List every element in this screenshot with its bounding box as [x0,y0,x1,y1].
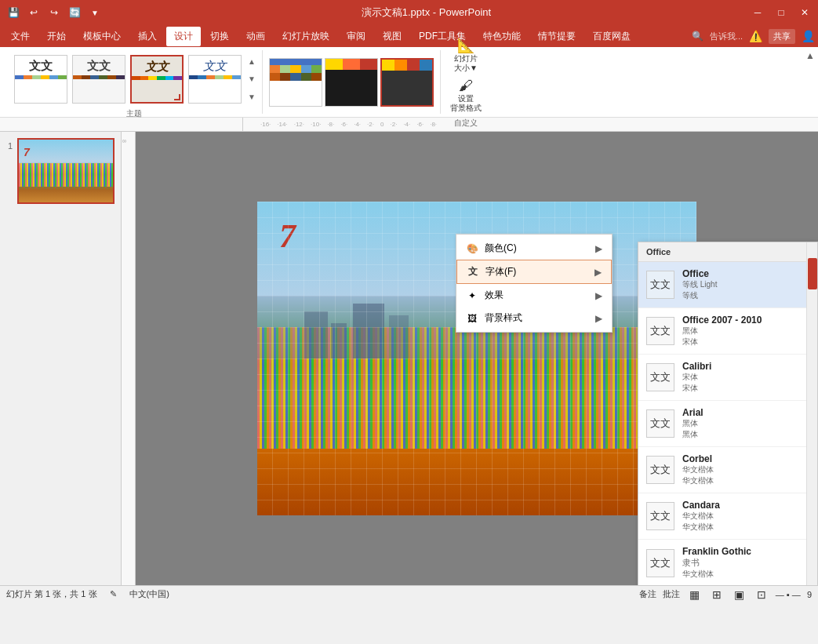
share-button[interactable]: 共享 [769,29,795,44]
notes-button[interactable]: 备注 [639,588,656,600]
scrollbar-thumb[interactable] [808,258,817,289]
view-slide-button[interactable]: ⊞ [709,587,725,602]
slide-list: 1 7 [6,138,115,204]
ctx-item-bg[interactable]: 🖼 背景样式 ▶ [456,307,612,329]
save-icon[interactable]: 💾 [6,5,20,20]
font-panel-header: Office [638,242,817,262]
slide-info: 幻灯片 第 1 张，共 1 张 [6,588,97,600]
status-bar: 幻灯片 第 1 张，共 1 张 ✎ 中文(中国) 备注 批注 ▦ ⊞ ▣ ⊡ —… [0,585,818,602]
menu-item-special[interactable]: 特色功能 [475,27,529,46]
font-item-candara[interactable]: 文文 Candara 华文楷体 华文楷体 [638,493,806,540]
menu-bar: 文件 开始 模板中心 插入 设计 切换 动画 幻灯片放映 审阅 视图 PDF工具… [0,25,818,47]
slide-number: 1 [6,138,13,151]
canvas-wrapper: 864202468 7 [122,132,818,585]
theme-item-3[interactable]: 文文 [130,55,184,104]
variant-item-2[interactable] [325,58,378,107]
bg-format-label: 设置背景格式 [450,94,482,113]
title-bar: 💾 ↩ ↪ 🔄 ▼ 演示文稿1.pptx - PowerPoint ─ □ ✕ [0,0,818,25]
menu-item-home[interactable]: 开始 [39,27,74,46]
menu-item-view[interactable]: 视图 [375,27,409,46]
font-panel-scrollbar[interactable] [806,242,817,585]
variant-item-1[interactable] [269,58,322,107]
customize-label: 自定义 [454,118,478,129]
ruler-horizontal: ·16· ·14· ·12· ·10· ·8· ·6· ·4· ·2· 0 ·2… [0,118,818,132]
maximize-button[interactable]: □ [774,5,788,20]
font-info-office: Office 等线 Light 等线 [682,268,717,301]
title-bar-left: 💾 ↩ ↪ 🔄 ▼ [6,5,102,20]
menu-item-baidu[interactable]: 百度网盘 [585,27,638,46]
language-indicator: 中文(中国) [129,588,169,600]
close-button[interactable]: ✕ [798,5,812,20]
font-item-office2007[interactable]: 文文 Office 2007 - 2010 黑体 宋体 [638,308,806,355]
font-menu-icon: 文 [467,266,479,278]
theme-item-4[interactable]: 文文 [188,55,242,104]
slide-thumbnail-1[interactable]: 7 [17,138,115,204]
menu-item-transitions[interactable]: 切换 [202,27,237,46]
customize-area: 📐 幻灯片大小▼ 🖌 设置背景格式 自定义 [440,50,491,114]
variant-group [266,50,437,114]
menu-item-review[interactable]: 审阅 [339,27,373,46]
color-menu-icon: 🎨 [466,242,478,255]
main-area: 1 7 864202468 [0,132,818,585]
refresh-icon[interactable]: 🔄 [67,5,82,20]
font-preview-office2007: 文文 [646,317,674,345]
font-preview-calibri: 文文 [646,363,674,391]
zoom-level: 9 [807,590,812,599]
theme-scroll[interactable]: ▲ ▼ ▼ [246,52,257,107]
slide-size-icon: 📐 [457,37,474,54]
menu-item-slideshow[interactable]: 幻灯片放映 [274,27,337,46]
font-info-calibri: Calibri 宋体 宋体 [682,361,711,394]
font-item-calibri[interactable]: 文文 Calibri 宋体 宋体 [638,355,806,401]
customize-qat-icon[interactable]: ▼ [88,5,102,20]
ctx-item-color[interactable]: 🎨 颜色(C) ▶ [456,237,612,260]
theme-group-label: 主题 [126,108,142,119]
search-placeholder[interactable]: 告诉我... [710,31,743,42]
theme-item-1[interactable]: 文文 [14,55,67,104]
theme-grid: 文文 文文 [11,52,246,107]
view-normal-button[interactable]: ▦ [686,587,703,602]
slide-size-label: 幻灯片大小▼ [454,54,478,73]
font-items-list: 文文 Office 等线 Light 等线 文文 [638,262,817,585]
menu-item-animations[interactable]: 动画 [238,27,273,46]
minimize-button[interactable]: ─ [751,5,765,20]
font-info-corbel: Corbel 华文楷体 华文楷体 [682,453,714,486]
variant-item-3[interactable] [380,58,434,107]
collapse-ribbon-button[interactable]: ▲ [805,50,815,61]
font-info-office2007: Office 2007 - 2010 黑体 宋体 [682,315,762,347]
title-bar-controls: ─ □ ✕ [751,5,812,20]
font-info-arial: Arial 黑体 黑体 [682,407,703,440]
redo-icon[interactable]: ↪ [47,5,61,20]
app-title: 演示文稿1.pptx - PowerPoint [102,5,751,20]
theme-items-area: 文文 文文 [11,52,257,107]
bg-menu-icon: 🖼 [466,312,478,325]
font-item-office[interactable]: 文文 Office 等线 Light 等线 [638,262,806,308]
comments-button[interactable]: 批注 [663,588,680,600]
font-info-franklin: Franklin Gothic 隶书 华文楷体 [682,546,751,580]
account-icon[interactable]: 👤 [802,30,815,42]
font-item-corbel[interactable]: 文文 Corbel 华文楷体 华文楷体 [638,447,806,493]
view-reading-button[interactable]: ▣ [731,587,747,602]
menu-item-insert[interactable]: 插入 [130,27,165,46]
color-arrow-icon: ▶ [595,243,602,254]
menu-item-file[interactable]: 文件 [3,27,38,46]
font-preview-corbel: 文文 [646,456,674,484]
theme-group: 文文 文文 [6,50,263,114]
view-slideshow-button[interactable]: ⊡ [754,587,769,602]
menu-item-templates[interactable]: 模板中心 [75,27,129,46]
undo-icon[interactable]: ↩ [27,5,41,20]
bg-format-button[interactable]: 🖌 设置背景格式 [447,76,485,115]
search-icon: 🔍 [692,31,703,42]
ctx-item-effects[interactable]: ✦ 效果 ▶ [456,284,612,307]
ctx-item-font[interactable]: 文 字体(F) ▶ [456,260,612,284]
slide-size-button[interactable]: 📐 幻灯片大小▼ [451,35,481,75]
ruler-vertical: 864202468 [122,132,136,585]
font-info-candara: Candara 华文楷体 华文楷体 [682,500,720,533]
font-preview-candara: 文文 [646,502,674,530]
zoom-slider[interactable]: — ▪ — [776,590,801,599]
ribbon: 文文 文文 [0,47,818,118]
font-item-arial[interactable]: 文文 Arial 黑体 黑体 [638,401,806,447]
theme-item-2[interactable]: 文文 [72,55,125,104]
menu-item-design[interactable]: 设计 [166,27,201,46]
font-item-franklin[interactable]: 文文 Franklin Gothic 隶书 华文楷体 [638,540,806,585]
menu-item-storyboard[interactable]: 情节提要 [530,27,584,46]
